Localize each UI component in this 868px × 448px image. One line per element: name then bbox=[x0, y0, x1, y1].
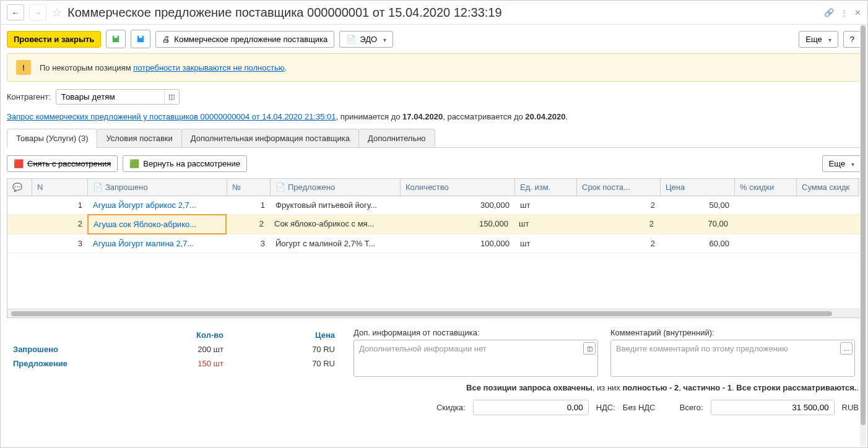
edo-button[interactable]: 📄 ЭДО bbox=[339, 31, 393, 48]
open-reference-icon[interactable]: ◫ bbox=[164, 90, 179, 104]
open-dialog-icon[interactable]: ◫ bbox=[583, 342, 596, 355]
warning-suffix: . bbox=[284, 63, 287, 72]
discount-input[interactable] bbox=[473, 400, 589, 415]
col-requested[interactable]: 📄Запрошено bbox=[88, 179, 227, 196]
post-and-close-button[interactable]: Провести и закрыть bbox=[7, 31, 101, 48]
warning-link[interactable]: потребности закрываются не полностью bbox=[133, 63, 284, 72]
menu-dots-icon[interactable]: ⋮ bbox=[840, 8, 848, 17]
supplier-info-label: Доп. информация от поставщика: bbox=[354, 328, 598, 337]
table-more-button[interactable]: Еще bbox=[822, 155, 861, 172]
col-delivery-term[interactable]: Срок поста... bbox=[577, 179, 661, 196]
nav-back-button[interactable]: ← bbox=[7, 4, 24, 20]
tab-additional[interactable]: Дополнительно bbox=[358, 129, 435, 147]
close-icon[interactable]: ✕ bbox=[854, 8, 861, 17]
chevron-down-icon bbox=[381, 35, 386, 44]
goods-table: 💬 N 📄Запрошено № 📄Предложено Количество … bbox=[7, 178, 861, 318]
summary-proposed-label: Предложение bbox=[13, 356, 118, 371]
vertical-scrollbar[interactable] bbox=[860, 25, 866, 446]
summary-col-price: Цена bbox=[230, 328, 341, 342]
col-n[interactable]: N bbox=[32, 179, 88, 196]
requested-link[interactable]: Агуша Йогурт малина 2,7... bbox=[93, 239, 194, 248]
footer-status-line: Все позиции запроса охвачены, из них пол… bbox=[9, 383, 859, 392]
edo-icon: 📄 bbox=[346, 35, 356, 44]
tab-delivery-terms[interactable]: Условия поставки bbox=[97, 129, 181, 147]
svg-rect-3 bbox=[139, 36, 142, 38]
edo-label: ЭДО bbox=[360, 35, 377, 44]
vat-label: НДС: bbox=[596, 403, 615, 412]
col-discount-sum[interactable]: Сумма скидк bbox=[797, 179, 859, 196]
currency-label: RUB bbox=[842, 403, 859, 412]
summary-requested-price: 70 RU bbox=[230, 342, 341, 356]
accept-until-date: 17.04.2020 bbox=[402, 112, 443, 121]
post-button[interactable] bbox=[131, 30, 150, 48]
vat-value: Без НДС bbox=[623, 403, 672, 412]
total-label: Всего: bbox=[680, 403, 703, 412]
table-row[interactable]: 2 Агуша сок Яблоко-абрико... 2 Сок яблок… bbox=[7, 215, 861, 235]
summary-proposed-qty: 150 шт bbox=[118, 356, 230, 371]
summary-table: Кол-во Цена Запрошено 200 шт 70 RU Предл… bbox=[13, 328, 341, 371]
warning-prefix: По некоторым позициям bbox=[40, 63, 133, 72]
link-icon[interactable]: 🔗 bbox=[824, 8, 834, 17]
save-button[interactable] bbox=[106, 30, 126, 48]
favorite-star-icon[interactable]: ☆ bbox=[51, 5, 63, 20]
warning-icon: ! bbox=[16, 60, 31, 75]
col-unit[interactable]: Ед. изм. bbox=[515, 179, 577, 196]
review-until-date: 20.04.2020 bbox=[525, 112, 565, 121]
supplier-info-textarea[interactable]: Дополнительной информации нет bbox=[354, 340, 598, 377]
printer-icon: 🖨 bbox=[162, 35, 170, 44]
chevron-down-icon bbox=[826, 35, 831, 44]
doc-icon: 📄 bbox=[93, 183, 103, 192]
col-number[interactable]: № bbox=[227, 179, 271, 196]
print-button[interactable]: 🖨 Коммерческое предложение поставщика bbox=[155, 31, 334, 48]
discount-label: Скидка: bbox=[436, 403, 466, 412]
return-to-review-button[interactable]: 🟩 Вернуть на рассмотрение bbox=[123, 155, 247, 172]
contragent-label: Контрагент: bbox=[7, 92, 51, 101]
remove-from-review-button[interactable]: 🟥 Снять с рассмотрения bbox=[7, 155, 118, 172]
nav-forward-button[interactable]: → bbox=[29, 4, 46, 20]
request-link[interactable]: Запрос коммерческих предложений у постав… bbox=[7, 112, 336, 121]
col-proposed[interactable]: 📄Предложено bbox=[271, 179, 401, 196]
comment-label: Комментарий (внутренний): bbox=[610, 328, 855, 337]
window-title: Коммерческое предложение поставщика 0000… bbox=[67, 6, 819, 20]
comment-textarea[interactable]: Введите комментарий по этому предложению bbox=[610, 340, 855, 377]
restore-icon: 🟩 bbox=[129, 159, 139, 168]
tab-supplier-info[interactable]: Дополнительная информация поставщика bbox=[181, 129, 359, 147]
requested-link[interactable]: Агуша Йогурт абрикос 2,7... bbox=[93, 200, 196, 210]
col-discount-pct[interactable]: % скидки bbox=[735, 179, 797, 196]
help-button[interactable]: ? bbox=[843, 31, 861, 48]
summary-requested-qty: 200 шт bbox=[118, 342, 230, 356]
table-row[interactable]: 1 Агуша Йогурт абрикос 2,7... 1 Фруктовы… bbox=[7, 196, 861, 215]
summary-col-qty: Кол-во bbox=[118, 328, 230, 342]
more-button[interactable]: Еще bbox=[799, 31, 838, 48]
summary-proposed-price: 70 RU bbox=[230, 356, 341, 371]
total-input[interactable] bbox=[711, 400, 835, 415]
print-label: Коммерческое предложение поставщика bbox=[174, 35, 328, 44]
requested-link[interactable]: Агуша сок Яблоко-абрико... bbox=[93, 220, 196, 229]
chevron-down-icon bbox=[849, 159, 854, 168]
tab-goods[interactable]: Товары (Услуги) (3) bbox=[7, 129, 97, 148]
contragent-input[interactable] bbox=[56, 89, 180, 105]
col-price[interactable]: Цена bbox=[661, 179, 735, 196]
doc-icon: 📄 bbox=[276, 183, 285, 192]
horizontal-scrollbar[interactable] bbox=[7, 309, 861, 317]
col-checkbox[interactable]: 💬 bbox=[7, 179, 32, 196]
col-quantity[interactable]: Количество bbox=[401, 179, 515, 196]
svg-rect-1 bbox=[115, 36, 118, 38]
summary-requested-label: Запрошено bbox=[13, 342, 118, 356]
warning-banner: ! По некоторым позициям потребности закр… bbox=[7, 53, 861, 82]
expand-icon[interactable]: … bbox=[840, 342, 853, 355]
remove-icon: 🟥 bbox=[14, 159, 24, 168]
table-row[interactable]: 3 Агуша Йогурт малина 2,7... 3 Йогурт с … bbox=[7, 235, 861, 253]
